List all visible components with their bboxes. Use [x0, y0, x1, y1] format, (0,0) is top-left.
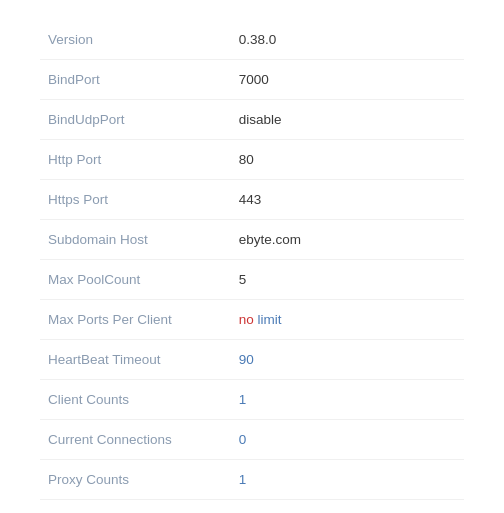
row-heartbeat-timeout: HeartBeat Timeout90 [40, 340, 464, 380]
label-heartbeat-timeout: HeartBeat Timeout [40, 340, 231, 380]
row-max-ports-per-client: Max Ports Per Clientno limit [40, 300, 464, 340]
value-subdomain-host: ebyte.com [231, 220, 464, 260]
label-subdomain-host: Subdomain Host [40, 220, 231, 260]
row-current-connections: Current Connections0 [40, 420, 464, 460]
value-current-connections: 0 [231, 420, 464, 460]
row-proxy-counts: Proxy Counts1 [40, 460, 464, 500]
row-https-port: Https Port443 [40, 180, 464, 220]
value-max-pool-count: 5 [231, 260, 464, 300]
label-client-counts: Client Counts [40, 380, 231, 420]
row-http-port: Http Port80 [40, 140, 464, 180]
value-bind-udp-port: disable [231, 100, 464, 140]
value-heartbeat-timeout: 90 [231, 340, 464, 380]
label-proxy-counts: Proxy Counts [40, 460, 231, 500]
row-version: Version0.38.0 [40, 20, 464, 60]
value-bind-port: 7000 [231, 60, 464, 100]
row-bind-udp-port: BindUdpPortdisable [40, 100, 464, 140]
value-https-port: 443 [231, 180, 464, 220]
label-max-pool-count: Max PoolCount [40, 260, 231, 300]
value-client-counts: 1 [231, 380, 464, 420]
label-https-port: Https Port [40, 180, 231, 220]
row-max-pool-count: Max PoolCount5 [40, 260, 464, 300]
label-version: Version [40, 20, 231, 60]
value-proxy-counts: 1 [231, 460, 464, 500]
label-current-connections: Current Connections [40, 420, 231, 460]
row-bind-port: BindPort7000 [40, 60, 464, 100]
value-version: 0.38.0 [231, 20, 464, 60]
value-max-ports-per-client: no limit [231, 300, 464, 340]
info-table: Version0.38.0BindPort7000BindUdpPortdisa… [40, 20, 464, 500]
label-http-port: Http Port [40, 140, 231, 180]
value-http-port: 80 [231, 140, 464, 180]
limit-text: limit [258, 312, 282, 327]
row-subdomain-host: Subdomain Hostebyte.com [40, 220, 464, 260]
label-bind-port: BindPort [40, 60, 231, 100]
label-max-ports-per-client: Max Ports Per Client [40, 300, 231, 340]
label-bind-udp-port: BindUdpPort [40, 100, 231, 140]
row-client-counts: Client Counts1 [40, 380, 464, 420]
no-text: no [239, 312, 258, 327]
